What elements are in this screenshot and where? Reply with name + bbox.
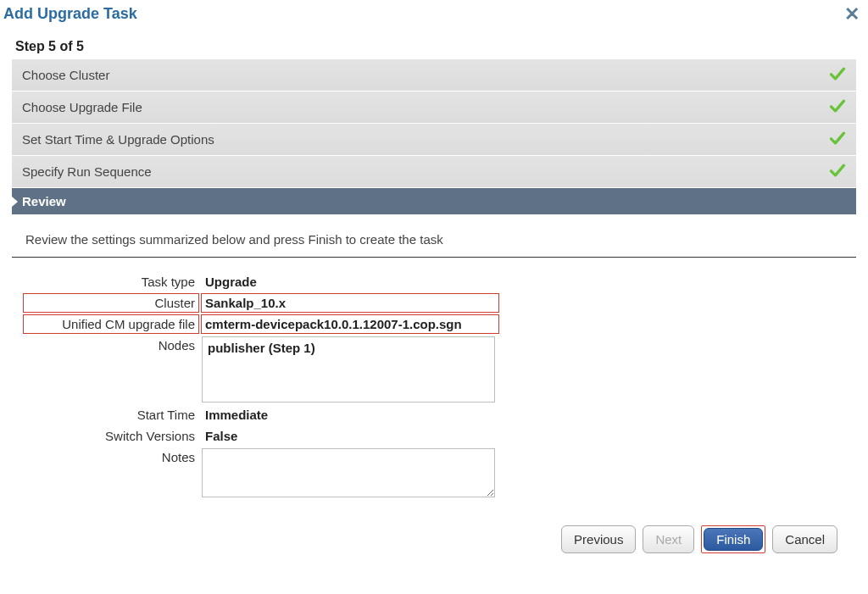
notes-container [202, 448, 498, 500]
nodes-list-container: publisher (Step 1) [202, 336, 498, 402]
step-indicator: Step 5 of 5 [0, 27, 868, 59]
check-icon [829, 65, 846, 85]
review-panel: Review the settings summarized below and… [12, 227, 856, 565]
node-item[interactable]: publisher (Step 1) [208, 341, 489, 355]
label-nodes: Nodes [24, 336, 198, 354]
step-label: Specify Run Sequence [22, 164, 152, 179]
step-review[interactable]: Review [12, 188, 856, 215]
value-task-type: Upgrade [202, 273, 498, 291]
step-label: Review [22, 194, 66, 208]
cancel-button[interactable]: Cancel [772, 525, 837, 553]
dialog-title: Add Upgrade Task [3, 5, 137, 23]
label-switch-versions: Switch Versions [24, 427, 198, 445]
value-start-time: Immediate [202, 406, 498, 424]
step-label: Choose Cluster [22, 68, 109, 82]
step-specify-run-sequence[interactable]: Specify Run Sequence [12, 156, 856, 188]
next-button: Next [643, 525, 694, 553]
label-task-type: Task type [24, 273, 198, 291]
step-choose-upgrade-file[interactable]: Choose Upgrade File [12, 92, 856, 124]
nodes-listbox[interactable]: publisher (Step 1) [202, 336, 495, 402]
summary-grid: Task type Upgrade Cluster Sankalp_10.x U… [24, 258, 856, 507]
wizard-step-list: Choose Cluster Choose Upgrade File Set S… [12, 59, 856, 215]
wizard-button-bar: Previous Next Finish Cancel [12, 507, 856, 565]
step-set-start-time[interactable]: Set Start Time & Upgrade Options [12, 124, 856, 156]
previous-button[interactable]: Previous [561, 525, 636, 553]
step-choose-cluster[interactable]: Choose Cluster [12, 59, 856, 92]
review-instruction: Review the settings summarized below and… [12, 227, 856, 258]
value-cluster: Sankalp_10.x [201, 293, 499, 313]
step-label: Set Start Time & Upgrade Options [22, 132, 214, 147]
label-start-time: Start Time [24, 406, 198, 424]
value-switch-versions: False [202, 427, 498, 445]
add-upgrade-task-dialog: Add Upgrade Task ✕ Step 5 of 5 Choose Cl… [0, 0, 868, 565]
label-notes: Notes [24, 448, 198, 466]
label-upgrade-file: Unified CM upgrade file [23, 314, 199, 334]
label-cluster: Cluster [23, 293, 199, 313]
dialog-header: Add Upgrade Task ✕ [0, 0, 868, 27]
check-icon [829, 130, 846, 149]
check-icon [829, 97, 846, 117]
finish-highlight: Finish [701, 525, 765, 553]
finish-button[interactable]: Finish [704, 528, 763, 551]
value-upgrade-file: cmterm-devicepack10.0.1.12007-1.cop.sgn [201, 314, 499, 334]
check-icon [829, 162, 846, 181]
step-label: Choose Upgrade File [22, 100, 142, 114]
notes-textarea[interactable] [202, 448, 495, 497]
close-icon[interactable]: ✕ [844, 5, 860, 24]
